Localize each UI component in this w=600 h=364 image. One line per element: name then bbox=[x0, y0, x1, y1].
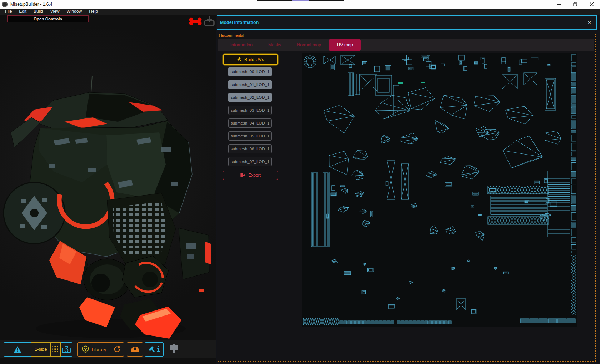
ship-model bbox=[0, 15, 216, 340]
assets-group bbox=[127, 342, 143, 357]
paintbrush-icon bbox=[168, 343, 180, 354]
warnings-button[interactable] bbox=[4, 342, 31, 357]
export-button[interactable]: Export bbox=[223, 171, 278, 180]
submesh-button-5[interactable]: submesh_05_LOD_1 bbox=[228, 131, 272, 141]
submesh-button-1[interactable]: submesh_01_LOD_1 bbox=[228, 80, 272, 89]
top-notification-strip-accent bbox=[292, 0, 309, 1]
submesh-button-0[interactable]: submesh_00_LOD_1 bbox=[228, 67, 272, 76]
bone-icon[interactable] bbox=[189, 17, 202, 26]
warning-icon bbox=[13, 345, 22, 354]
close-icon bbox=[590, 2, 594, 6]
tab-normal-map[interactable]: Normal map bbox=[289, 39, 329, 51]
panel-title: Model Information bbox=[220, 20, 259, 25]
paint-button[interactable] bbox=[168, 343, 180, 355]
uv-map-view[interactable] bbox=[302, 53, 577, 327]
menubar: FileEditBuildViewWindowHelp bbox=[0, 9, 600, 15]
screenshot-button[interactable] bbox=[61, 342, 72, 357]
submesh-button-2[interactable]: submesh_02_LOD_1 bbox=[228, 93, 272, 102]
build-info-button[interactable]: i bbox=[145, 342, 163, 357]
library-label: Library bbox=[91, 347, 106, 352]
uv-wireframe-canvas bbox=[302, 53, 577, 327]
tabstrip: informationMasksNormal mapUV map bbox=[218, 39, 594, 51]
library-group: Library bbox=[78, 342, 124, 357]
submesh-button-7[interactable]: submesh_07_LOD_1 bbox=[228, 157, 272, 166]
model-information-header: Model Information ✕ bbox=[217, 15, 597, 30]
minimize-icon bbox=[557, 2, 561, 6]
dock-import-icon[interactable] bbox=[204, 16, 215, 27]
app-title: MIsetupBuilder - 1.6.4 bbox=[10, 2, 52, 7]
restore-icon bbox=[573, 2, 578, 7]
shield-icon bbox=[81, 345, 90, 354]
info-glyph: i bbox=[156, 346, 160, 353]
menu-view[interactable]: View bbox=[47, 9, 63, 15]
build-info-group: i bbox=[145, 342, 164, 357]
library-button[interactable]: Library bbox=[78, 342, 110, 357]
close-button[interactable] bbox=[584, 0, 600, 9]
submesh-button-3[interactable]: submesh_03_LOD_1 bbox=[228, 106, 272, 115]
viewport-3d[interactable]: Open Controls bbox=[0, 15, 216, 364]
tab-masks[interactable]: Masks bbox=[260, 39, 289, 51]
experimental-container: ! Experimental informationMasksNormal ma… bbox=[217, 32, 596, 362]
app-icon bbox=[2, 2, 8, 7]
experimental-label: ! Experimental bbox=[219, 33, 244, 37]
grid-toggle-button[interactable] bbox=[51, 342, 61, 357]
tab-information[interactable]: information bbox=[222, 39, 260, 51]
side-mode-toggle[interactable]: 1-side bbox=[31, 342, 50, 357]
export-label: Export bbox=[248, 173, 261, 178]
render-options-group: 1-side bbox=[4, 342, 72, 357]
model-information-panel: Model Information ✕ ! Experimental infor… bbox=[216, 15, 600, 364]
menu-window[interactable]: Window bbox=[63, 9, 86, 15]
asset-box-button[interactable] bbox=[127, 342, 142, 357]
build-uvs-button[interactable]: Build UVs bbox=[223, 54, 278, 65]
camera-icon bbox=[62, 345, 71, 354]
submesh-button-6[interactable]: submesh_06_LOD_1 bbox=[228, 144, 272, 153]
menu-edit[interactable]: Edit bbox=[15, 9, 30, 15]
panel-close-button[interactable]: ✕ bbox=[588, 20, 591, 25]
refresh-icon bbox=[113, 345, 121, 354]
crate-icon bbox=[130, 345, 140, 354]
maximize-button[interactable] bbox=[567, 0, 584, 9]
open-controls-button[interactable]: Open Controls bbox=[7, 15, 89, 22]
viewport-toolbar: 1-side bbox=[0, 340, 216, 358]
menu-file[interactable]: File bbox=[1, 9, 15, 15]
build-uvs-label: Build UVs bbox=[244, 57, 264, 62]
grid-icon bbox=[52, 346, 59, 353]
menu-build[interactable]: Build bbox=[30, 9, 47, 15]
refresh-button[interactable] bbox=[110, 342, 124, 357]
app-window: MIsetupBuilder - 1.6.4 FileEditBuildView… bbox=[0, 0, 600, 364]
tab-uv-map[interactable]: UV map bbox=[329, 39, 361, 51]
titlebar: MIsetupBuilder - 1.6.4 bbox=[0, 0, 600, 9]
submesh-button-4[interactable]: submesh_04_LOD_1 bbox=[228, 118, 272, 128]
export-icon bbox=[240, 172, 246, 178]
menu-help[interactable]: Help bbox=[85, 9, 101, 15]
hammer-icon bbox=[148, 345, 156, 353]
build-hammer-icon bbox=[237, 57, 242, 62]
minimize-button[interactable] bbox=[551, 0, 567, 9]
